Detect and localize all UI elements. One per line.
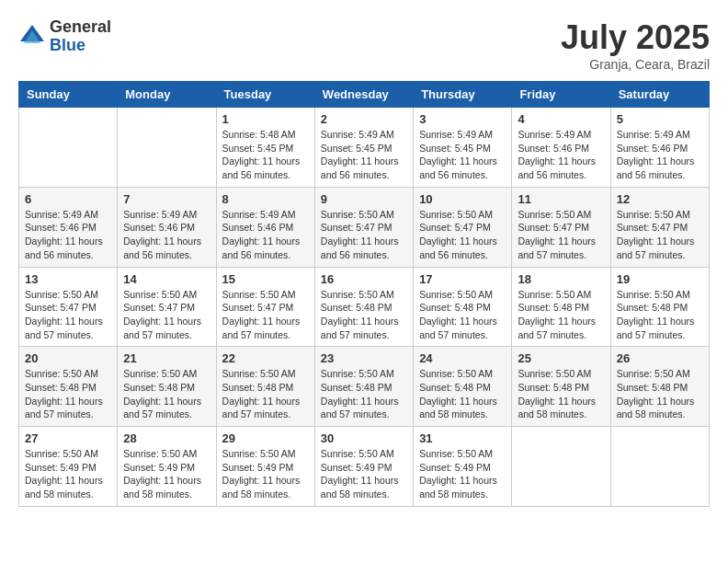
calendar-cell: 16Sunrise: 5:50 AM Sunset: 5:48 PM Dayli…	[314, 267, 413, 347]
calendar-cell: 5Sunrise: 5:49 AM Sunset: 5:46 PM Daylig…	[610, 108, 709, 188]
calendar-cell: 2Sunrise: 5:49 AM Sunset: 5:45 PM Daylig…	[314, 108, 413, 188]
day-info: Sunrise: 5:50 AM Sunset: 5:48 PM Dayligh…	[123, 367, 210, 421]
day-info: Sunrise: 5:50 AM Sunset: 5:48 PM Dayligh…	[518, 367, 604, 421]
calendar-cell: 24Sunrise: 5:50 AM Sunset: 5:48 PM Dayli…	[414, 347, 512, 427]
calendar-cell: 28Sunrise: 5:50 AM Sunset: 5:49 PM Dayli…	[118, 427, 216, 507]
day-number: 21	[123, 351, 210, 365]
calendar-cell: 14Sunrise: 5:50 AM Sunset: 5:47 PM Dayli…	[118, 267, 216, 347]
day-number: 12	[617, 192, 703, 206]
calendar-week-5: 27Sunrise: 5:50 AM Sunset: 5:49 PM Dayli…	[19, 427, 710, 507]
calendar-cell: 23Sunrise: 5:50 AM Sunset: 5:48 PM Dayli…	[314, 347, 413, 427]
calendar-table: SundayMondayTuesdayWednesdayThursdayFrid…	[18, 81, 710, 507]
day-number: 18	[518, 272, 604, 286]
page-header: General Blue July 2025 Granja, Ceara, Br…	[18, 18, 710, 72]
day-info: Sunrise: 5:49 AM Sunset: 5:45 PM Dayligh…	[321, 128, 407, 182]
calendar-cell: 31Sunrise: 5:50 AM Sunset: 5:49 PM Dayli…	[414, 427, 512, 507]
day-number: 8	[222, 192, 309, 206]
calendar-cell	[512, 427, 610, 507]
day-number: 4	[518, 112, 604, 126]
logo-text: General Blue	[50, 18, 111, 55]
day-number: 3	[419, 112, 506, 126]
calendar-cell: 10Sunrise: 5:50 AM Sunset: 5:47 PM Dayli…	[414, 187, 512, 267]
day-number: 29	[222, 431, 309, 445]
day-info: Sunrise: 5:50 AM Sunset: 5:47 PM Dayligh…	[617, 208, 703, 262]
title-block: July 2025 Granja, Ceara, Brazil	[561, 18, 710, 72]
calendar-cell: 11Sunrise: 5:50 AM Sunset: 5:47 PM Dayli…	[512, 187, 610, 267]
logo-blue: Blue	[50, 37, 111, 55]
day-number: 9	[321, 192, 407, 206]
calendar-cell: 21Sunrise: 5:50 AM Sunset: 5:48 PM Dayli…	[118, 347, 216, 427]
logo-general: General	[50, 18, 111, 37]
day-info: Sunrise: 5:50 AM Sunset: 5:48 PM Dayligh…	[518, 288, 604, 342]
day-info: Sunrise: 5:49 AM Sunset: 5:46 PM Dayligh…	[222, 208, 309, 262]
calendar-cell: 7Sunrise: 5:49 AM Sunset: 5:46 PM Daylig…	[118, 187, 216, 267]
day-info: Sunrise: 5:50 AM Sunset: 5:49 PM Dayligh…	[25, 447, 111, 501]
calendar-cell: 13Sunrise: 5:50 AM Sunset: 5:47 PM Dayli…	[19, 267, 118, 347]
day-info: Sunrise: 5:50 AM Sunset: 5:49 PM Dayligh…	[222, 447, 309, 501]
day-info: Sunrise: 5:50 AM Sunset: 5:47 PM Dayligh…	[419, 208, 506, 262]
column-header-sunday: Sunday	[19, 82, 118, 108]
day-number: 28	[123, 431, 210, 445]
column-header-friday: Friday	[512, 82, 610, 108]
day-info: Sunrise: 5:50 AM Sunset: 5:48 PM Dayligh…	[321, 367, 407, 421]
day-number: 24	[419, 351, 506, 365]
day-info: Sunrise: 5:49 AM Sunset: 5:45 PM Dayligh…	[419, 128, 506, 182]
day-info: Sunrise: 5:50 AM Sunset: 5:48 PM Dayligh…	[25, 367, 111, 421]
calendar-cell: 4Sunrise: 5:49 AM Sunset: 5:46 PM Daylig…	[512, 108, 610, 188]
calendar-cell	[118, 108, 216, 188]
logo: General Blue	[18, 18, 111, 55]
calendar-cell: 20Sunrise: 5:50 AM Sunset: 5:48 PM Dayli…	[19, 347, 118, 427]
calendar-cell: 1Sunrise: 5:48 AM Sunset: 5:45 PM Daylig…	[216, 108, 314, 188]
day-info: Sunrise: 5:50 AM Sunset: 5:48 PM Dayligh…	[617, 288, 703, 342]
day-number: 16	[321, 272, 407, 286]
day-info: Sunrise: 5:50 AM Sunset: 5:49 PM Dayligh…	[123, 447, 210, 501]
column-header-thursday: Thursday	[414, 82, 512, 108]
day-info: Sunrise: 5:49 AM Sunset: 5:46 PM Dayligh…	[25, 208, 111, 262]
calendar-cell: 17Sunrise: 5:50 AM Sunset: 5:48 PM Dayli…	[414, 267, 512, 347]
calendar-cell: 18Sunrise: 5:50 AM Sunset: 5:48 PM Dayli…	[512, 267, 610, 347]
day-number: 22	[222, 351, 309, 365]
calendar-cell: 9Sunrise: 5:50 AM Sunset: 5:47 PM Daylig…	[314, 187, 413, 267]
day-number: 2	[321, 112, 407, 126]
day-number: 23	[321, 351, 407, 365]
day-number: 27	[25, 431, 111, 445]
calendar-cell: 30Sunrise: 5:50 AM Sunset: 5:49 PM Dayli…	[314, 427, 413, 507]
calendar-cell: 26Sunrise: 5:50 AM Sunset: 5:48 PM Dayli…	[610, 347, 709, 427]
calendar-week-3: 13Sunrise: 5:50 AM Sunset: 5:47 PM Dayli…	[19, 267, 710, 347]
day-info: Sunrise: 5:50 AM Sunset: 5:49 PM Dayligh…	[419, 447, 506, 501]
day-number: 19	[617, 272, 703, 286]
day-number: 14	[123, 272, 210, 286]
calendar-cell: 8Sunrise: 5:49 AM Sunset: 5:46 PM Daylig…	[216, 187, 314, 267]
day-number: 26	[617, 351, 703, 365]
day-number: 25	[518, 351, 604, 365]
day-number: 13	[25, 272, 111, 286]
day-number: 20	[25, 351, 111, 365]
location: Granja, Ceara, Brazil	[561, 57, 710, 72]
calendar-cell: 27Sunrise: 5:50 AM Sunset: 5:49 PM Dayli…	[19, 427, 118, 507]
month-title: July 2025	[561, 18, 710, 57]
day-info: Sunrise: 5:48 AM Sunset: 5:45 PM Dayligh…	[222, 128, 309, 182]
logo-icon	[18, 23, 46, 51]
day-info: Sunrise: 5:50 AM Sunset: 5:47 PM Dayligh…	[123, 288, 210, 342]
calendar-cell	[19, 108, 118, 188]
column-header-saturday: Saturday	[610, 82, 709, 108]
day-info: Sunrise: 5:50 AM Sunset: 5:48 PM Dayligh…	[419, 288, 506, 342]
calendar-week-1: 1Sunrise: 5:48 AM Sunset: 5:45 PM Daylig…	[19, 108, 710, 188]
calendar-cell: 3Sunrise: 5:49 AM Sunset: 5:45 PM Daylig…	[414, 108, 512, 188]
calendar-cell: 25Sunrise: 5:50 AM Sunset: 5:48 PM Dayli…	[512, 347, 610, 427]
day-number: 30	[321, 431, 407, 445]
day-number: 15	[222, 272, 309, 286]
column-header-wednesday: Wednesday	[314, 82, 413, 108]
calendar-week-4: 20Sunrise: 5:50 AM Sunset: 5:48 PM Dayli…	[19, 347, 710, 427]
day-info: Sunrise: 5:50 AM Sunset: 5:48 PM Dayligh…	[617, 367, 703, 421]
day-number: 7	[123, 192, 210, 206]
day-info: Sunrise: 5:49 AM Sunset: 5:46 PM Dayligh…	[518, 128, 604, 182]
calendar-cell: 6Sunrise: 5:49 AM Sunset: 5:46 PM Daylig…	[19, 187, 118, 267]
day-info: Sunrise: 5:50 AM Sunset: 5:47 PM Dayligh…	[222, 288, 309, 342]
day-number: 11	[518, 192, 604, 206]
column-header-monday: Monday	[118, 82, 216, 108]
day-info: Sunrise: 5:50 AM Sunset: 5:49 PM Dayligh…	[321, 447, 407, 501]
calendar-week-2: 6Sunrise: 5:49 AM Sunset: 5:46 PM Daylig…	[19, 187, 710, 267]
day-info: Sunrise: 5:50 AM Sunset: 5:47 PM Dayligh…	[321, 208, 407, 262]
day-number: 1	[222, 112, 309, 126]
